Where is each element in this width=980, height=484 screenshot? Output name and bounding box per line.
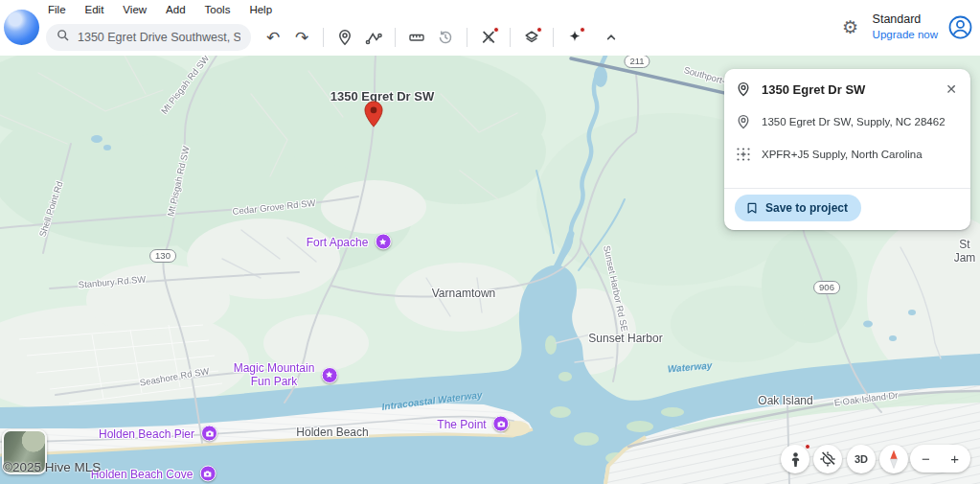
- map-poi-label[interactable]: Holden Beach Pier: [99, 426, 217, 442]
- compass[interactable]: [879, 445, 908, 473]
- plus-code-icon: [736, 147, 751, 162]
- map-label: Holden Beach: [296, 426, 368, 439]
- place-pin-icon: [736, 81, 751, 97]
- menu-bar: File Edit View Add Tools Help: [39, 2, 281, 17]
- account-area: ⚙ Standard Upgrade now: [836, 12, 974, 41]
- 3d-label: 3D: [855, 453, 868, 465]
- save-label: Save to project: [765, 201, 848, 215]
- plan-info: Standard Upgrade now: [873, 12, 938, 41]
- pegman-icon: [787, 451, 804, 468]
- menu-tools[interactable]: Tools: [196, 2, 239, 17]
- place-card: 1350 Egret Dr SW ✕ 1350 Egret Dr SW, Sup…: [724, 69, 970, 230]
- map-poi-label[interactable]: Magic Mountain Fun Park: [234, 361, 338, 388]
- zoom-control: − +: [910, 445, 970, 472]
- bookmark-icon: [745, 201, 759, 215]
- map-poi-label[interactable]: The Point: [437, 416, 509, 432]
- settings-button[interactable]: ⚙: [836, 12, 865, 41]
- divider: [510, 28, 511, 47]
- ruler-icon: [408, 29, 425, 46]
- redo-icon: ↷: [295, 30, 308, 46]
- placemark-icon: [336, 29, 353, 46]
- 3d-button[interactable]: 3D: [847, 445, 876, 473]
- chevron-up-icon: [604, 30, 619, 45]
- place-address-row[interactable]: 1350 Egret Dr SW, Supply, NC 28462: [724, 105, 970, 138]
- search-icon: [56, 28, 71, 47]
- route-shield: 211: [624, 56, 650, 68]
- divider: [323, 28, 324, 47]
- menu-file[interactable]: File: [39, 2, 75, 17]
- layers-button[interactable]: [517, 23, 546, 52]
- divider: [395, 28, 396, 47]
- map-label: Varnamtown: [432, 287, 495, 300]
- place-address: 1350 Egret Dr SW, Supply, NC 28462: [762, 116, 946, 127]
- creation-tools-button[interactable]: [474, 23, 503, 52]
- divider: [553, 28, 554, 47]
- gear-icon: ⚙: [842, 18, 858, 36]
- route-shield: 130: [149, 249, 176, 263]
- map-label: Waterway: [667, 359, 712, 374]
- route-shield: 906: [813, 281, 840, 294]
- location-off-icon: [819, 450, 836, 468]
- map-label: Sunset Harbor Rd SE: [602, 244, 630, 333]
- camera-icon[interactable]: [201, 426, 217, 442]
- measure-button[interactable]: [402, 23, 431, 52]
- toolbar: ↶ ↷: [46, 23, 626, 52]
- history-icon: [437, 29, 454, 46]
- zoom-out-button[interactable]: −: [920, 450, 932, 467]
- pegman-button[interactable]: [781, 445, 809, 473]
- menu-help[interactable]: Help: [240, 2, 281, 17]
- camera-icon[interactable]: [493, 416, 510, 432]
- undo-button[interactable]: ↶: [259, 23, 287, 52]
- search-bar[interactable]: [46, 24, 251, 51]
- notification-dot: [536, 27, 542, 33]
- map-label: Cedar Grove Rd SW: [232, 197, 316, 217]
- undo-icon: ↶: [266, 30, 280, 46]
- menu-view[interactable]: View: [114, 2, 155, 17]
- collapse-toolbar-button[interactable]: [597, 23, 626, 52]
- upgrade-link[interactable]: Upgrade now: [873, 28, 938, 41]
- map-poi-label[interactable]: Fort Apache: [307, 234, 392, 250]
- history-button[interactable]: [431, 23, 460, 52]
- divider: [467, 28, 467, 47]
- add-placemark-button[interactable]: [330, 23, 359, 52]
- map-label: Seashore Rd SW: [139, 365, 210, 388]
- zoom-in-button[interactable]: +: [948, 450, 961, 467]
- ai-sparkle-button[interactable]: [560, 23, 589, 52]
- map-poi-label[interactable]: Holden Beach Cove: [91, 466, 217, 482]
- map-label: Shell Point Rd: [36, 180, 64, 239]
- plan-label: Standard: [873, 12, 938, 28]
- star-icon[interactable]: [375, 234, 391, 250]
- map-label: St Jam: [954, 238, 976, 265]
- search-result-pin[interactable]: [364, 101, 383, 127]
- plus-code: XPFR+J5 Supply, North Carolina: [762, 149, 923, 160]
- close-card-button[interactable]: ✕: [944, 80, 959, 99]
- map-label: Sunset Harbor: [588, 332, 662, 345]
- search-input[interactable]: [78, 31, 240, 44]
- place-card-header: 1350 Egret Dr SW ✕: [724, 69, 970, 105]
- camera-icon[interactable]: [199, 466, 216, 482]
- menu-edit[interactable]: Edit: [77, 2, 113, 17]
- place-title: 1350 Egret Dr SW: [762, 82, 933, 97]
- map-label: Mt Pisgah Rd SW: [165, 145, 192, 218]
- notification-dot: [580, 27, 585, 33]
- map-attribution: ©2025 Hive MLS: [3, 460, 101, 474]
- map-label: Intracoastal Waterway: [381, 389, 483, 412]
- compass-needle-icon: [881, 447, 906, 472]
- path-icon: [365, 29, 382, 46]
- notification-dot: [493, 27, 499, 33]
- menu-add[interactable]: Add: [157, 2, 194, 17]
- save-to-project-button[interactable]: Save to project: [735, 195, 861, 221]
- card-divider: [724, 188, 970, 189]
- google-earth-logo[interactable]: [4, 10, 39, 45]
- address-pin-icon: [736, 114, 751, 129]
- map-label: Mt Pisgah Rd SW: [159, 56, 212, 116]
- map-label: E Oak Island Dr: [833, 389, 899, 407]
- map-label: Stanbury Rd SW: [78, 273, 146, 289]
- profile-button[interactable]: [946, 12, 974, 41]
- plus-code-row[interactable]: XPFR+J5 Supply, North Carolina: [724, 138, 970, 171]
- star-icon[interactable]: [321, 367, 337, 383]
- my-location-button[interactable]: [813, 445, 842, 473]
- redo-button[interactable]: ↷: [287, 23, 316, 52]
- topbar: File Edit View Add Tools Help ↶ ↷: [0, 0, 980, 56]
- draw-path-button[interactable]: [359, 23, 388, 52]
